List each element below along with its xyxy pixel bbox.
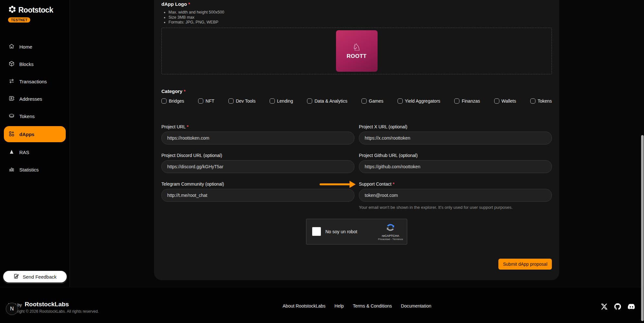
url-fields-grid: Project URL * Project X URL (optional) P…: [161, 124, 552, 210]
required-asterisk: *: [184, 88, 186, 94]
recaptcha-privacy-terms-links[interactable]: Privacidad - Términos: [378, 238, 403, 241]
send-feedback-button[interactable]: Send Feedback: [3, 270, 67, 283]
field-label: Project URL *: [161, 124, 354, 129]
sidebar-item-label: Blocks: [19, 61, 34, 67]
category-option-dev-tools[interactable]: Dev Tools: [228, 98, 255, 104]
field-label: Project X URL (optional): [359, 124, 552, 129]
logo-upload-dropzone[interactable]: ♘ ROOTT: [161, 28, 552, 74]
copyright-text: Copyright © 2026 RootstockLabs. All righ…: [8, 309, 99, 314]
category-option-finanzas[interactable]: Finanzas: [454, 98, 480, 104]
category-option-label: Games: [369, 98, 383, 104]
support-contact-input[interactable]: [359, 189, 552, 202]
sidebar-item-statistics[interactable]: Statistics: [4, 163, 66, 176]
checkbox[interactable]: [494, 98, 499, 104]
footer-link-terms[interactable]: Terms & Conditions: [353, 303, 392, 309]
social-links: [601, 302, 636, 312]
x-twitter-icon[interactable]: [601, 303, 608, 311]
sidebar-item-label: Statistics: [19, 167, 39, 172]
project-url-field: Project URL *: [161, 124, 354, 144]
logo-requirement: Size 3MB max: [168, 15, 552, 20]
sidebar-item-home[interactable]: Home: [4, 41, 66, 53]
recaptcha-branding: reCAPTCHA Privacidad - Términos: [378, 223, 403, 241]
testnet-badge: TESTNET: [8, 17, 30, 23]
bar-chart-icon: [8, 166, 15, 173]
vertical-scrollbar[interactable]: [641, 0, 644, 323]
category-label: Category *: [161, 88, 552, 94]
field-label: Support Contact *: [359, 181, 552, 187]
project-x-url-input[interactable]: [359, 132, 552, 144]
sidebar-item-dapps[interactable]: dApps: [4, 126, 66, 142]
category-option-label: Dev Tools: [236, 98, 255, 104]
checkbox[interactable]: [361, 98, 367, 104]
footer-link-about[interactable]: About RootstockLabs: [283, 303, 325, 309]
checkbox[interactable]: [161, 98, 167, 104]
knight-icon: ♘: [352, 42, 361, 52]
category-option-tokens[interactable]: Tokens: [530, 98, 552, 104]
support-contact-helper-text: Your email won't be shown in the explore…: [359, 205, 552, 210]
dapp-logo-label: dApp Logo *: [161, 1, 552, 7]
recaptcha-label: No soy un robot: [325, 229, 378, 234]
sidebar-item-label: Transactions: [19, 79, 47, 84]
footer-link-documentation[interactable]: Documentation: [401, 303, 431, 309]
checkbox[interactable]: [454, 98, 459, 104]
sidebar-item-label: Addresses: [19, 96, 42, 102]
checkbox[interactable]: [198, 98, 203, 104]
category-option-yield-aggregators[interactable]: Yield Aggregators: [398, 98, 440, 104]
category-option-label: Bridges: [169, 98, 184, 104]
category-option-nft[interactable]: NFT: [198, 98, 214, 104]
cube-icon: [8, 60, 15, 68]
sidebar-item-tokens[interactable]: Tokens: [4, 110, 66, 122]
project-url-input[interactable]: [161, 132, 354, 144]
checkbox[interactable]: [398, 98, 403, 104]
category-option-data-analytics[interactable]: Data & Analytics: [307, 98, 347, 104]
checkbox[interactable]: [270, 98, 275, 104]
main-content: dApp Logo * Max. width and height 500x50…: [70, 0, 644, 287]
footer-link-help[interactable]: Help: [334, 303, 344, 309]
sidebar-item-transactions[interactable]: Transactions: [4, 75, 66, 88]
required-asterisk: *: [188, 1, 190, 7]
sidebar-item-label: dApps: [19, 132, 34, 137]
sidebar-item-blocks[interactable]: Blocks: [4, 58, 66, 70]
discord-icon[interactable]: [627, 302, 636, 312]
brand-name: Rootstock: [18, 6, 53, 14]
page: Rootstock TESTNET Home Blocks Transactio…: [0, 0, 644, 323]
sidebar-item-ras[interactable]: RAS: [4, 146, 66, 158]
category-option-wallets[interactable]: Wallets: [494, 98, 516, 104]
project-discord-url-input[interactable]: [161, 160, 354, 173]
brand[interactable]: Rootstock TESTNET: [8, 5, 53, 23]
feedback-pencil-icon: [13, 273, 19, 280]
telegram-community-input[interactable]: [161, 189, 354, 202]
footer-links: About RootstockLabs Help Terms & Conditi…: [283, 303, 431, 309]
category-option-bridges[interactable]: Bridges: [161, 98, 184, 104]
swap-arrows-icon: [8, 78, 15, 85]
sidebar-item-label: Home: [19, 44, 32, 50]
project-github-url-input[interactable]: [359, 160, 552, 173]
github-icon[interactable]: [614, 303, 621, 312]
support-contact-field: Support Contact * Your email won't be sh…: [359, 181, 552, 210]
sidebar-item-label: Tokens: [19, 114, 35, 119]
dapps-grid-icon: [8, 131, 15, 138]
built-by-brand[interactable]: RootstockLabs: [25, 301, 69, 308]
required-asterisk: *: [187, 124, 188, 129]
scrollbar-thumb[interactable]: [641, 135, 644, 321]
category-option-games[interactable]: Games: [361, 98, 383, 104]
dapp-proposal-form: dApp Logo * Max. width and height 500x50…: [154, 0, 559, 280]
checkbox[interactable]: [530, 98, 535, 104]
triangle-icon: [8, 149, 15, 156]
category-option-label: Wallets: [502, 98, 516, 104]
category-option-lending[interactable]: Lending: [270, 98, 293, 104]
sidebar-item-addresses[interactable]: Addresses: [4, 93, 66, 105]
recaptcha-brand-text: reCAPTCHA: [382, 234, 399, 237]
logo-preview[interactable]: ♘ ROOTT: [336, 30, 378, 72]
recaptcha-logo-icon: [386, 223, 395, 234]
avatar[interactable]: N: [6, 303, 18, 315]
checkbox[interactable]: [228, 98, 234, 104]
checkbox[interactable]: [307, 98, 312, 104]
submit-dapp-proposal-button[interactable]: Submit dApp proposal: [498, 259, 552, 270]
send-feedback-label: Send Feedback: [23, 274, 56, 280]
category-option-label: Finanzas: [462, 98, 480, 104]
category-option-label: Yield Aggregators: [405, 98, 440, 104]
recaptcha-checkbox[interactable]: [312, 227, 321, 236]
rootstock-flower-icon: [8, 5, 16, 15]
logo-preview-text: ROOTT: [347, 53, 367, 60]
